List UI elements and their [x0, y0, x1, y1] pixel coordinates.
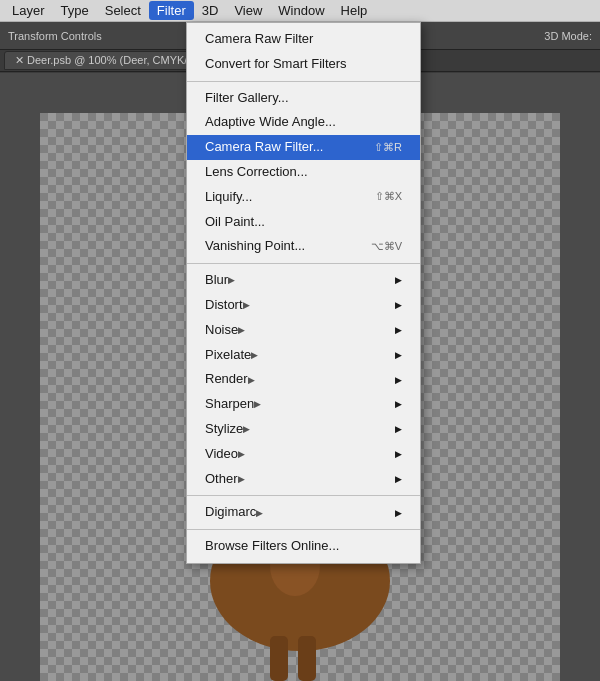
submenu-arrow-icon: ▶	[238, 323, 245, 337]
menu-item-sharpen[interactable]: Sharpen ▶	[187, 392, 420, 417]
menu-help[interactable]: Help	[333, 1, 376, 20]
submenu-arrow-icon: ▶	[243, 298, 250, 312]
svg-rect-9	[270, 636, 288, 681]
menu-item-pixelate[interactable]: Pixelate ▶	[187, 343, 420, 368]
menu-item-render[interactable]: Render ▶	[187, 367, 420, 392]
submenu-arrow-icon: ▶	[248, 373, 255, 387]
menu-item-adaptive-wide-angle[interactable]: Adaptive Wide Angle...	[187, 110, 420, 135]
menu-item-camera-raw-filter-main[interactable]: Camera Raw Filter... ⇧⌘R	[187, 135, 420, 160]
submenu-arrow-icon: ▶	[243, 422, 250, 436]
transform-controls-label: Transform Controls	[8, 30, 102, 42]
menu-type[interactable]: Type	[53, 1, 97, 20]
menu-layer[interactable]: Layer	[4, 1, 53, 20]
menu-item-blur[interactable]: Blur ▶	[187, 268, 420, 293]
menu-item-label: Convert for Smart Filters	[205, 54, 347, 75]
filter-dropdown-menu: Camera Raw Filter Convert for Smart Filt…	[186, 22, 421, 564]
menu-view[interactable]: View	[226, 1, 270, 20]
menu-item-label: Distort	[205, 295, 243, 316]
menu-item-label: Adaptive Wide Angle...	[205, 112, 336, 133]
menu-select[interactable]: Select	[97, 1, 149, 20]
menu-item-convert-smart-filters[interactable]: Convert for Smart Filters	[187, 52, 420, 77]
menu-item-video[interactable]: Video ▶	[187, 442, 420, 467]
menu-item-label: Blur	[205, 270, 228, 291]
menu-item-label: Digimarc	[205, 502, 256, 523]
menu-item-label: Liquify...	[205, 187, 252, 208]
menu-item-label: Filter Gallery...	[205, 88, 289, 109]
menu-item-label: Camera Raw Filter...	[205, 137, 323, 158]
menu-item-label: Vanishing Point...	[205, 236, 305, 257]
menu-item-liquify[interactable]: Liquify... ⇧⌘X	[187, 185, 420, 210]
menu-item-label: Pixelate	[205, 345, 251, 366]
submenu-arrow-icon: ▶	[228, 273, 235, 287]
menu-item-label: Stylize	[205, 419, 243, 440]
menu-item-browse-filters-online[interactable]: Browse Filters Online...	[187, 534, 420, 559]
menu-bar: Layer Type Select Filter 3D View Window …	[0, 0, 600, 22]
tab-filename: Deer.psb @ 100% (Deer, CMYK/8)	[27, 54, 197, 66]
submenu-arrow-icon: ▶	[251, 348, 258, 362]
menu-item-label: Oil Paint...	[205, 212, 265, 233]
menu-item-label: Video	[205, 444, 238, 465]
menu-item-shortcut: ⇧⌘X	[375, 188, 402, 206]
menu-item-shortcut: ⇧⌘R	[374, 139, 402, 157]
menu-item-distort[interactable]: Distort ▶	[187, 293, 420, 318]
menu-item-camera-raw-filter-top[interactable]: Camera Raw Filter	[187, 27, 420, 52]
menu-3d[interactable]: 3D	[194, 1, 227, 20]
tab-label: ✕	[15, 54, 27, 66]
menu-item-stylize[interactable]: Stylize ▶	[187, 417, 420, 442]
menu-item-other[interactable]: Other ▶	[187, 467, 420, 492]
menu-item-oil-paint[interactable]: Oil Paint...	[187, 210, 420, 235]
separator-3	[187, 495, 420, 496]
svg-rect-10	[298, 636, 316, 681]
menu-item-label: Noise	[205, 320, 238, 341]
submenu-arrow-icon: ▶	[238, 447, 245, 461]
separator-2	[187, 263, 420, 264]
menu-window[interactable]: Window	[270, 1, 332, 20]
menu-item-noise[interactable]: Noise ▶	[187, 318, 420, 343]
menu-item-label: Lens Correction...	[205, 162, 308, 183]
menu-item-label: Browse Filters Online...	[205, 536, 339, 557]
separator-4	[187, 529, 420, 530]
menu-item-label: Camera Raw Filter	[205, 29, 313, 50]
submenu-arrow-icon: ▶	[254, 397, 261, 411]
menu-item-filter-gallery[interactable]: Filter Gallery...	[187, 86, 420, 111]
3d-mode-label: 3D Mode:	[544, 30, 592, 42]
menu-item-shortcut: ⌥⌘V	[371, 238, 402, 256]
separator-1	[187, 81, 420, 82]
menu-filter[interactable]: Filter	[149, 1, 194, 20]
submenu-arrow-icon: ▶	[256, 506, 263, 520]
menu-item-label: Other	[205, 469, 238, 490]
menu-item-label: Render	[205, 369, 248, 390]
submenu-arrow-icon: ▶	[238, 472, 245, 486]
menu-item-lens-correction[interactable]: Lens Correction...	[187, 160, 420, 185]
menu-item-vanishing-point[interactable]: Vanishing Point... ⌥⌘V	[187, 234, 420, 259]
menu-item-digimarc[interactable]: Digimarc ▶	[187, 500, 420, 525]
deer-tab[interactable]: ✕ Deer.psb @ 100% (Deer, CMYK/8)	[4, 51, 208, 70]
menu-item-label: Sharpen	[205, 394, 254, 415]
